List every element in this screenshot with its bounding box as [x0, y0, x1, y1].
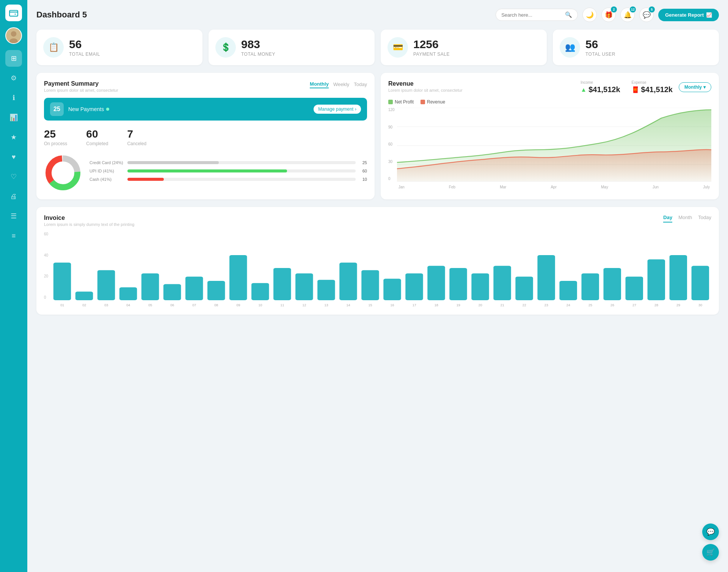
x-label: 30	[689, 303, 711, 307]
legend-revenue: Revenue	[420, 99, 445, 105]
x-label: 14	[337, 303, 359, 307]
invoice-tab-day[interactable]: Day	[663, 215, 672, 223]
revenue-chart-wrapper: 120 90 60 30 0	[388, 108, 711, 189]
gift-button[interactable]: 🎁 2	[601, 8, 616, 22]
invoice-bar	[449, 268, 467, 300]
income-item: Income ▲ $41,512k	[581, 80, 620, 94]
on-process-number: 25	[44, 128, 67, 140]
bar-value-cash: 10	[359, 177, 367, 182]
stat-card-payment: 💳 1256 PAYMENT SALE	[381, 30, 547, 65]
bar-track-cash	[127, 178, 356, 181]
stat-card-money: 💲 983 TOTAL MONEY	[209, 30, 375, 65]
bell-icon: 🔔	[624, 11, 632, 19]
svg-rect-0	[9, 11, 18, 16]
invoice-bar	[229, 255, 247, 300]
invoice-bar	[273, 268, 291, 300]
stat-money-info: 983 TOTAL MONEY	[241, 38, 275, 57]
search-box[interactable]: 🔍	[496, 9, 578, 21]
sidebar-item-print[interactable]: 🖨	[5, 188, 22, 205]
x-label: 18	[425, 303, 447, 307]
y-20: 20	[44, 274, 48, 278]
income-expense: Income ▲ $41,512k Expense 🧧 $41,512k	[581, 80, 673, 94]
revenue-x-labels: Jan Feb Mar Apr May Jun July	[397, 185, 711, 189]
x-label: 12	[293, 303, 315, 307]
svg-point-3	[11, 31, 17, 37]
x-label: 01	[51, 303, 73, 307]
manage-payment-link[interactable]: Manage payment ›	[314, 105, 361, 114]
invoice-bar	[604, 268, 621, 300]
user-avatar[interactable]	[5, 27, 22, 44]
notifications-button[interactable]: 🔔 12	[620, 8, 635, 22]
x-label: 23	[535, 303, 557, 307]
invoice-bar	[516, 277, 533, 300]
sidebar-item-settings[interactable]: ⚙	[5, 70, 22, 86]
sidebar-item-analytics[interactable]: 📊	[5, 109, 22, 126]
cart-button[interactable]: 🛒	[702, 544, 719, 561]
theme-toggle-button[interactable]: 🌙	[582, 8, 597, 22]
sidebar-item-menu[interactable]: ☰	[5, 208, 22, 224]
sidebar-item-favorites[interactable]: ★	[5, 129, 22, 146]
revenue-svg-chart	[397, 108, 711, 183]
sidebar-item-dashboard[interactable]: ⊞	[5, 50, 22, 67]
moon-icon: 🌙	[586, 11, 594, 19]
y-label-120: 120	[388, 108, 395, 112]
support-icon: 💬	[706, 528, 715, 536]
x-label: 10	[249, 303, 271, 307]
invoice-panel: Invoice Lorem ipsum is simply dummy text…	[36, 207, 719, 315]
invoice-bar	[251, 283, 269, 300]
payment-summary-tabs: Monthly Weekly Today	[310, 80, 367, 88]
stat-money-label: TOTAL MONEY	[241, 52, 275, 57]
tab-weekly[interactable]: Weekly	[333, 81, 349, 88]
bar-cash: Cash (41%) 10	[89, 177, 367, 182]
messages-button[interactable]: 💬 5	[639, 8, 654, 22]
stat-payment-label: PAYMENT SALE	[413, 52, 450, 57]
payment-bars: Credit Card (24%) 25 UPI ID (41%) 60	[89, 160, 367, 185]
invoice-tab-today[interactable]: Today	[698, 215, 711, 223]
net-profit-label: Net Profit	[395, 99, 414, 105]
revenue-label: Revenue	[427, 99, 445, 105]
invoice-bar	[560, 281, 577, 300]
invoice-bar-chart: 0102030405060708091011121314151617181920…	[51, 232, 711, 307]
sidebar-item-list[interactable]: ≡	[5, 227, 22, 244]
new-payments-label: New Payments	[68, 106, 109, 112]
invoice-bar	[648, 259, 665, 300]
tab-monthly[interactable]: Monthly	[310, 80, 329, 88]
svg-rect-1	[14, 14, 16, 14]
y-label-90: 90	[388, 125, 395, 129]
invoice-tab-month[interactable]: Month	[678, 215, 692, 223]
invoice-title-group: Invoice Lorem ipsum is simply dummy text…	[44, 215, 134, 227]
revenue-title-group: Revenue Lorem ipsum dolor sit amet, cons…	[388, 80, 463, 92]
invoice-bar	[427, 266, 445, 300]
generate-report-button[interactable]: Generate Report 📈	[658, 9, 719, 21]
chevron-down-icon: ▾	[703, 85, 706, 90]
stat-email-label: TOTAL EMAIL	[69, 52, 100, 57]
menu-icon: ☰	[11, 212, 17, 220]
x-label: 29	[667, 303, 689, 307]
revenue-monthly-dropdown[interactable]: Monthly ▾	[679, 82, 711, 92]
x-label-feb: Feb	[449, 185, 455, 189]
header: Dashboard 5 🔍 🌙 🎁 2 🔔 12 💬 5 Gen	[36, 8, 719, 22]
bar-fill-cash	[127, 178, 164, 181]
expense-value: 🧧 $41,512k	[632, 85, 673, 94]
gear-icon: ⚙	[11, 74, 17, 82]
x-label-jun: Jun	[653, 185, 659, 189]
page-title: Dashboard 5	[36, 10, 87, 20]
generate-label: Generate Report	[665, 12, 704, 18]
gift-icon: 🎁	[605, 11, 613, 19]
x-label: 11	[271, 303, 293, 307]
stat-canceled: 7 Canceled	[127, 128, 146, 146]
support-button[interactable]: 💬	[702, 523, 719, 540]
tab-today[interactable]: Today	[354, 81, 367, 88]
heart-icon: ♥	[12, 153, 16, 161]
search-input[interactable]	[501, 12, 562, 18]
x-label: 02	[73, 303, 95, 307]
user-icon: 👥	[560, 37, 580, 58]
chevron-right-icon: ›	[355, 107, 356, 112]
bar-fill-credit	[127, 161, 219, 164]
on-process-label: On process	[44, 141, 67, 146]
x-label: 19	[447, 303, 469, 307]
sidebar-item-likes[interactable]: ♡	[5, 168, 22, 185]
sidebar-item-info[interactable]: ℹ	[5, 89, 22, 106]
x-label: 24	[557, 303, 579, 307]
sidebar-item-wishlist[interactable]: ♥	[5, 149, 22, 165]
